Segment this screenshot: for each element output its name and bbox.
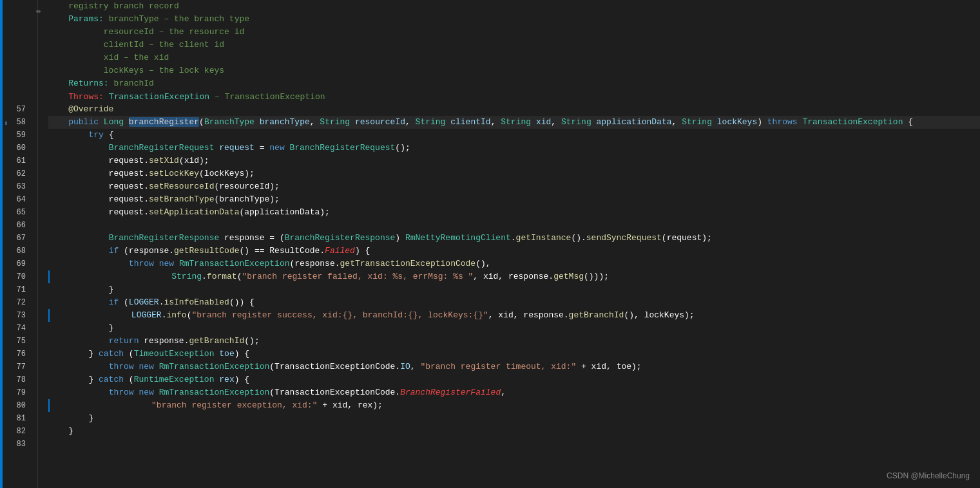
code-line-65: request.setApplicationData(applicationDa… [48, 206, 980, 219]
code-line-77: throw new RmTransactionException(Transac… [48, 361, 980, 373]
code-doc-8: Throws: TransactionException – Transacti… [48, 90, 980, 103]
line-num-doc6 [3, 64, 31, 77]
line-num-75: 75 [3, 335, 31, 348]
code-line-78: } catch (RuntimeException rex) { [48, 373, 980, 386]
line-num-80: 80 [3, 399, 31, 412]
line-num-doc5 [3, 52, 31, 64]
code-doc-5: xid – the xid [48, 52, 980, 64]
code-line-67: BranchRegisterResponse response = (Branc… [48, 232, 980, 245]
code-line-72: if (LOGGER.isInfoEnabled()) { [48, 296, 980, 309]
line-num-79: 79 [3, 386, 31, 399]
line-num-doc1 [3, 0, 31, 13]
code-doc-1: registry branch record [48, 0, 980, 13]
line-num-83: 83 [3, 438, 31, 451]
code-line-59: try { [48, 129, 980, 142]
code-line-66 [48, 219, 980, 232]
line-num-72: 72 [3, 296, 31, 309]
line-num-64: 64 [3, 193, 31, 206]
line-num-71: 71 [3, 283, 31, 296]
line-num-63: 63 [3, 180, 31, 193]
code-line-57: @Override [48, 103, 980, 116]
line-numbers: 57 58 ⬆ 59 60 61 62 63 64 65 66 67 68 69… [3, 0, 38, 488]
code-line-64: request.setBranchType(branchType); [48, 193, 980, 206]
line-num-59: 59 [3, 129, 31, 142]
code-line-82: } [48, 425, 980, 438]
line-num-78: 78 [3, 373, 31, 386]
line-num-81: 81 [3, 412, 31, 425]
code-line-76: } catch (TimeoutException toe) { [48, 348, 980, 361]
code-line-62: request.setLockKey(lockKeys); [48, 167, 980, 180]
watermark: CSDN @MichelleChung [887, 471, 970, 480]
line-num-60: 60 [3, 142, 31, 155]
code-line-69: throw new RmTransactionException(respons… [48, 258, 980, 270]
line-num-67: 67 [3, 232, 31, 245]
line-num-doc4 [3, 39, 31, 52]
editor-container: 57 58 ⬆ 59 60 61 62 63 64 65 66 67 68 69… [0, 0, 980, 488]
code-line-80: "branch register exception, xid:" + xid,… [48, 399, 980, 412]
code-line-60: BranchRegisterRequest request = new Bran… [48, 142, 980, 155]
line-num-77: 77 [3, 361, 31, 373]
code-line-81: } [48, 412, 980, 425]
line-num-doc3 [3, 26, 31, 39]
line-num-69: 69 [3, 258, 31, 270]
line-num-61: 61 [3, 155, 31, 167]
code-line-74: } [48, 322, 980, 335]
line-num-doc2 [3, 13, 31, 26]
line-num-76: 76 [3, 348, 31, 361]
code-line-83 [48, 438, 980, 451]
code-line-71: } [48, 283, 980, 296]
line-num-68: 68 [3, 245, 31, 258]
line-num-doc7 [3, 77, 31, 90]
line-num-doc8 [3, 90, 31, 103]
code-area[interactable]: registry branch record Params: branchTyp… [38, 0, 980, 488]
code-doc-7: Returns: branchId [48, 77, 980, 90]
code-line-70: String.format("branch register failed, x… [48, 270, 980, 283]
line-num-70: 70 [3, 270, 31, 283]
line-num-57: 57 [3, 103, 31, 116]
code-doc-4: clientId – the client id [48, 39, 980, 52]
code-doc-6: lockKeys – the lock keys [48, 64, 980, 77]
line-num-73: 73 [3, 309, 31, 322]
code-line-58: public Long branchRegister(BranchType br… [48, 116, 980, 129]
code-doc-3: resourceId – the resource id [48, 26, 980, 39]
code-line-73: LOGGER.info("branch register success, xi… [48, 309, 980, 322]
line-num-74: 74 [3, 322, 31, 335]
code-doc-2: Params: branchType – the branch type [48, 13, 980, 26]
line-num-58: 58 ⬆ [3, 116, 31, 129]
line-num-66: 66 [3, 219, 31, 232]
line-num-62: 62 [3, 167, 31, 180]
code-line-68: if (response.getResultCode() == ResultCo… [48, 245, 980, 258]
code-line-75: return response.getBranchId(); [48, 335, 980, 348]
code-line-61: request.setXid(xid); [48, 155, 980, 167]
code-line-79: throw new RmTransactionException(Transac… [48, 386, 980, 399]
line-num-82: 82 [3, 425, 31, 438]
code-line-63: request.setResourceId(resourceId); [48, 180, 980, 193]
line-num-65: 65 [3, 206, 31, 219]
edit-icon[interactable]: ✏ [36, 5, 41, 16]
